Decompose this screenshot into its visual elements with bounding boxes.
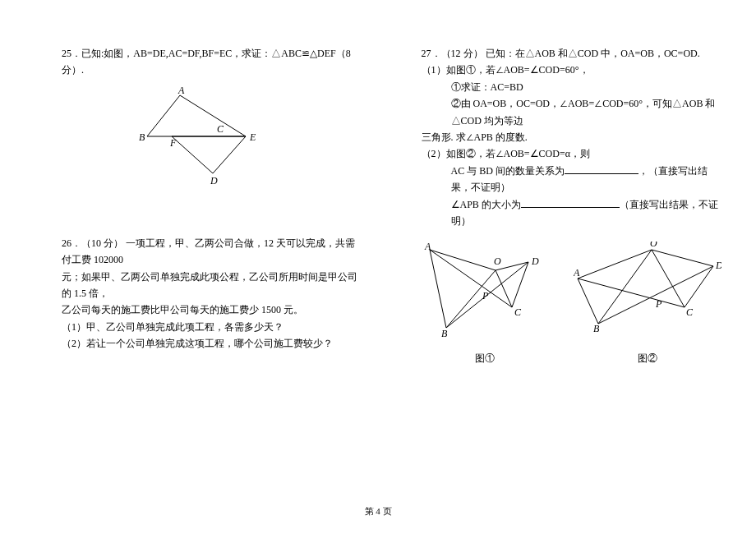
label-A: A xyxy=(177,87,185,96)
f2-B: B xyxy=(593,323,600,334)
f1-C: C xyxy=(514,306,522,318)
page-footer: 第 4 页 xyxy=(0,505,756,518)
f1-P: P xyxy=(482,290,489,302)
figure-2-label: 图② xyxy=(574,350,721,366)
figure-2: A B C D O P xyxy=(574,242,721,340)
f1-D: D xyxy=(531,255,539,267)
problem-27: 27．（12 分） 已知：在△AOB 和△COD 中，OA=OB，OC=OD. … xyxy=(422,45,724,366)
p27-line3: ①求证：AC=BD xyxy=(422,79,724,95)
label-D: D xyxy=(210,175,218,186)
p27-line1: 27．（12 分） 已知：在△AOB 和△COD 中，OA=OB，OC=OD. xyxy=(422,45,724,62)
f1-B: B xyxy=(441,328,448,339)
left-column: 25．已知:如图，AB=DE,AC=DF,BF=EC，求证：△ABC≌△DEF（… xyxy=(62,45,364,383)
problem-25-diagram: A B C D E F xyxy=(139,87,287,186)
f2-A: A xyxy=(574,267,580,279)
p27-line6: （2）如图②，若∠AOB=∠COD=α，则 xyxy=(422,145,724,162)
p27-l7a: AC 与 BD 间的数量关系为 xyxy=(451,165,565,177)
figure-2-wrap: A B C D O P 图② xyxy=(574,242,721,366)
p26-line4: （1）甲、乙公司单独完成此项工程，各需多少天？ xyxy=(62,319,364,335)
problem-25: 25．已知:如图，AB=DE,AC=DF,BF=EC，求证：△ABC≌△DEF（… xyxy=(62,45,364,186)
blank-1 xyxy=(565,164,638,174)
exam-page: 25．已知:如图，AB=DE,AC=DF,BF=EC，求证：△ABC≌△DEF（… xyxy=(0,0,756,383)
figure-1: A B C D O P xyxy=(422,242,549,340)
label-F: F xyxy=(169,137,177,149)
problem-27-diagrams: A B C D O P 图① xyxy=(422,242,724,366)
p26-line5: （2）若让一个公司单独完成这项工程，哪个公司施工费较少？ xyxy=(62,335,364,352)
problem-26: 26．（10 分） 一项工程，甲、乙两公司合做，12 天可以完成，共需付工费 1… xyxy=(62,235,364,352)
problem-25-text: 25．已知:如图，AB=DE,AC=DF,BF=EC，求证：△ABC≌△DEF（… xyxy=(62,45,364,79)
p26-line1: 26．（10 分） 一项工程，甲、乙两公司合做，12 天可以完成，共需付工费 1… xyxy=(62,235,364,269)
f2-O: O xyxy=(650,242,657,249)
f2-P: P xyxy=(655,298,662,310)
label-E: E xyxy=(249,131,256,143)
figure-1-label: 图① xyxy=(422,350,549,366)
f2-D: D xyxy=(715,260,721,271)
label-C: C xyxy=(217,123,224,135)
p26-line3: 乙公司每天的施工费比甲公司每天的施工费少 1500 元。 xyxy=(62,302,364,318)
p26-line2: 元；如果甲、乙两公司单独完成此项公程，乙公司所用时间是甲公司的 1.5 倍， xyxy=(62,269,364,302)
p27-line7: AC 与 BD 间的数量关系为，（直接写出结果，不证明） xyxy=(422,163,724,196)
p27-line8: ∠APB 的大小为（直接写出结果，不证明） xyxy=(422,196,724,230)
f2-C: C xyxy=(686,306,694,318)
right-column: 27．（12 分） 已知：在△AOB 和△COD 中，OA=OB，OC=OD. … xyxy=(422,45,724,383)
p27-line5: 三角形. 求∠APB 的度数. xyxy=(422,129,724,145)
p27-line2: （1）如图①，若∠AOB=∠COD=60°， xyxy=(422,62,724,78)
p27-l8a: ∠APB 的大小为 xyxy=(451,199,521,210)
p27-line4: ②由 OA=OB，OC=OD，∠AOB=∠COD=60°，可知△AOB 和△CO… xyxy=(422,95,724,129)
f1-O: O xyxy=(494,255,501,267)
figure-1-wrap: A B C D O P 图① xyxy=(422,242,549,366)
label-B: B xyxy=(139,131,145,143)
blank-2 xyxy=(521,198,620,208)
f1-A: A xyxy=(424,242,431,252)
